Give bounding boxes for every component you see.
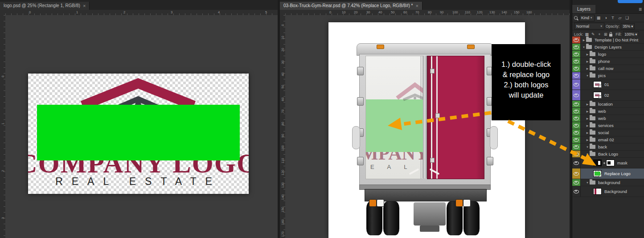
smart-object-filter-icon[interactable]: ❏ <box>624 16 630 20</box>
expand-arrow-icon[interactable]: ▶ <box>582 38 586 41</box>
layer-row[interactable]: 01 <box>572 79 644 90</box>
visibility-toggle[interactable] <box>572 58 581 65</box>
tab-layers[interactable]: Layers <box>572 5 595 13</box>
layer-name[interactable]: Back Logo <box>598 152 618 156</box>
share-button[interactable] <box>618 0 643 3</box>
close-tab-icon[interactable]: × <box>415 2 418 10</box>
visibility-toggle[interactable] <box>572 72 581 79</box>
layer-row[interactable]: Background <box>572 186 644 197</box>
visibility-toggle[interactable] <box>572 44 581 50</box>
layer-row[interactable]: ▶call now <box>572 65 644 72</box>
visibility-toggle[interactable] <box>572 101 581 107</box>
opacity-select[interactable]: 35% ▾ <box>621 23 635 29</box>
layer-thumbnail[interactable] <box>593 92 602 98</box>
green-placeholder-rect[interactable] <box>37 105 240 160</box>
adjustment-layer-filter-icon[interactable]: ◑ <box>603 16 609 20</box>
panel-menu-icon[interactable]: ≡ <box>639 6 642 12</box>
shape-layer-filter-icon[interactable]: ▱ <box>617 16 623 20</box>
layer-name[interactable]: back <box>598 144 607 149</box>
collapse-arrow-icon[interactable]: ▼ <box>582 46 586 49</box>
layer-thumbnail[interactable] <box>593 81 602 88</box>
expand-arrow-icon[interactable]: ▶ <box>585 103 590 106</box>
layer-row[interactable]: ▶web <box>572 115 644 122</box>
collapse-arrow-icon[interactable]: ▼ <box>585 181 590 184</box>
tab-logo-psd[interactable]: logo.psd @ 25% (Rectangle 1, RGB/8) × <box>0 2 90 10</box>
layer-name[interactable]: Template | Do Not Print <box>595 37 638 42</box>
door-logo-green-placeholder[interactable] <box>366 99 423 152</box>
layer-name[interactable]: web <box>598 109 606 114</box>
layer-name[interactable]: mask <box>617 160 628 165</box>
layer-name[interactable]: phone <box>598 59 610 64</box>
mask-thumbnail[interactable] <box>606 160 615 166</box>
expand-arrow-icon[interactable]: ▶ <box>585 117 590 120</box>
layer-name[interactable]: services <box>598 123 614 128</box>
lock-all-icon[interactable] <box>609 34 612 37</box>
layer-name[interactable]: Replace Logo <box>604 171 631 176</box>
layer-name[interactable]: logo <box>598 52 606 57</box>
lock-position-icon[interactable]: + <box>597 32 602 37</box>
layer-row[interactable]: mask <box>572 158 644 168</box>
type-layer-filter-icon[interactable]: T <box>610 16 616 20</box>
layer-name[interactable]: web <box>598 116 606 121</box>
visibility-toggle[interactable] <box>572 168 581 179</box>
visibility-toggle[interactable] <box>572 115 581 122</box>
layer-row[interactable]: ▶email 02 <box>572 136 644 144</box>
layer-row[interactable]: ▶logo <box>572 51 644 58</box>
layer-name[interactable]: Design Layers <box>595 45 622 49</box>
visibility-toggle[interactable] <box>572 136 581 143</box>
layer-thumbnail[interactable] <box>593 188 602 195</box>
expand-arrow-icon[interactable]: ▶ <box>585 138 590 141</box>
visibility-toggle[interactable] <box>572 79 581 90</box>
layer-row[interactable]: ▼background <box>572 179 644 186</box>
collapse-arrow-icon[interactable]: ▼ <box>585 153 590 156</box>
visibility-toggle[interactable] <box>572 158 581 168</box>
layer-name[interactable]: pics <box>598 73 606 78</box>
lock-pixels-icon[interactable]: ✎ <box>591 32 595 37</box>
expand-arrow-icon[interactable]: ▶ <box>585 67 590 70</box>
expand-arrow-icon[interactable]: ▶ <box>585 53 590 56</box>
layer-row[interactable]: ▼back <box>572 144 644 151</box>
visibility-toggle[interactable] <box>572 122 581 129</box>
visibility-toggle[interactable] <box>572 108 581 115</box>
visibility-toggle[interactable] <box>572 151 581 157</box>
visibility-toggle[interactable] <box>572 179 581 186</box>
pixel-layer-filter-icon[interactable]: ▦ <box>596 16 602 20</box>
collapse-arrow-icon[interactable]: ▼ <box>585 74 590 77</box>
visibility-toggle[interactable] <box>572 65 581 72</box>
layer-thumbnail[interactable] <box>593 170 602 177</box>
blend-mode-select[interactable]: Normal ▾ <box>574 23 604 29</box>
layer-row[interactable]: ▼Design Layers <box>572 44 644 51</box>
layer-name[interactable]: 02 <box>604 93 609 98</box>
logo-canvas[interactable]: COMPANY LOGO REAL ESTATE <box>28 74 249 194</box>
visibility-toggle[interactable] <box>572 90 581 100</box>
filter-kind-select[interactable]: Kind ▾ <box>579 15 595 21</box>
layer-row[interactable]: ▶Template | Do Not Print <box>572 37 644 44</box>
layer-row[interactable]: Replace Logo <box>572 168 644 179</box>
visibility-toggle[interactable] <box>572 144 581 150</box>
visibility-toggle[interactable] <box>572 129 581 136</box>
layer-row[interactable]: ▼Back Logo <box>572 151 644 158</box>
expand-arrow-icon[interactable]: ▶ <box>585 124 590 127</box>
layer-row[interactable]: ▶services <box>572 122 644 129</box>
layer-name[interactable]: 01 <box>604 82 609 87</box>
layer-row[interactable]: ▶phone <box>572 58 644 65</box>
visibility-toggle[interactable] <box>572 51 581 57</box>
lock-artboard-icon[interactable]: ⊞ <box>603 32 608 37</box>
layer-name[interactable]: social <box>598 130 609 135</box>
lock-transparency-icon[interactable]: ▦ <box>584 32 589 37</box>
layer-row[interactable]: ▶location <box>572 101 644 108</box>
expand-arrow-icon[interactable]: ▶ <box>585 110 590 113</box>
visibility-toggle[interactable] <box>572 186 581 197</box>
layer-thumbnail[interactable] <box>593 160 602 166</box>
close-tab-icon[interactable]: × <box>83 2 86 10</box>
layer-row[interactable]: ▶web <box>572 108 644 115</box>
tab-truck-psd[interactable]: 03-Box-Truck-Gym-Rear.psd @ 7.42% (Repla… <box>280 2 422 10</box>
layer-name[interactable]: call now <box>598 66 613 71</box>
expand-arrow-icon[interactable]: ▶ <box>585 60 590 63</box>
layer-name[interactable]: background <box>598 180 620 185</box>
visibility-toggle[interactable] <box>572 37 581 43</box>
layer-row[interactable]: ▼pics <box>572 72 644 79</box>
layer-name[interactable]: Background <box>604 189 627 194</box>
expand-arrow-icon[interactable]: ▶ <box>585 131 590 134</box>
layer-name[interactable]: location <box>598 102 613 107</box>
